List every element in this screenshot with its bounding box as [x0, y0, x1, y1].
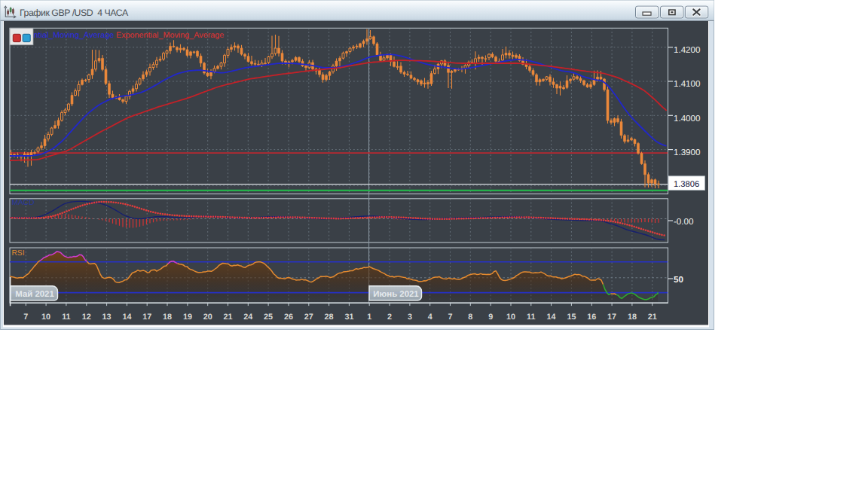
svg-text:7: 7: [448, 313, 452, 322]
svg-text:10: 10: [41, 313, 50, 322]
svg-text:2: 2: [387, 313, 392, 322]
svg-text:17: 17: [142, 313, 151, 322]
svg-text:1: 1: [367, 313, 371, 322]
svg-text:4: 4: [428, 313, 432, 322]
svg-text:11: 11: [62, 313, 70, 322]
svg-text:21: 21: [223, 313, 232, 322]
svg-text:26: 26: [284, 313, 293, 322]
svg-text:Июнь 2021: Июнь 2021: [373, 290, 419, 299]
svg-text:1.3806: 1.3806: [674, 180, 699, 189]
svg-text:21: 21: [648, 313, 657, 322]
svg-text:24: 24: [243, 313, 252, 322]
svg-text:1.3900: 1.3900: [674, 148, 700, 157]
svg-text:25: 25: [264, 313, 273, 322]
svg-text:31: 31: [344, 313, 353, 322]
svg-text:20: 20: [203, 313, 212, 322]
svg-text:Exponential_Moving_Average: Exponential_Moving_Average: [116, 31, 224, 40]
svg-text:16: 16: [587, 313, 596, 322]
svg-text:8: 8: [468, 313, 472, 322]
svg-text:17: 17: [607, 313, 616, 322]
svg-text:18: 18: [163, 313, 172, 322]
svg-text:1.4200: 1.4200: [674, 45, 700, 55]
svg-text:1.4100: 1.4100: [674, 79, 700, 89]
svg-text:RSI: RSI: [12, 249, 25, 258]
svg-text:50: 50: [674, 275, 683, 285]
svg-text:ntial_Moving_Average: ntial_Moving_Average: [34, 31, 115, 40]
svg-text:14: 14: [122, 313, 131, 322]
svg-text:18: 18: [628, 313, 637, 322]
svg-text:1.4000: 1.4000: [674, 114, 700, 124]
svg-text:График GBP /USD 4 ЧАСА: График GBP /USD 4 ЧАСА: [20, 8, 129, 18]
svg-text:14: 14: [547, 313, 556, 322]
svg-text:3: 3: [408, 313, 412, 322]
svg-text:15: 15: [567, 313, 576, 322]
svg-text:28: 28: [325, 313, 334, 322]
svg-text:12: 12: [82, 313, 91, 322]
svg-text:7: 7: [23, 313, 28, 322]
svg-text:Май 2021: Май 2021: [15, 290, 54, 299]
svg-text:10: 10: [506, 313, 515, 322]
svg-text:11: 11: [527, 313, 535, 322]
svg-text:27: 27: [304, 313, 313, 322]
svg-text:9: 9: [488, 313, 493, 322]
svg-text:19: 19: [183, 313, 192, 322]
svg-text:MACD: MACD: [12, 199, 35, 207]
svg-text:13: 13: [102, 313, 112, 322]
svg-text:-0.00: -0.00: [674, 217, 693, 227]
